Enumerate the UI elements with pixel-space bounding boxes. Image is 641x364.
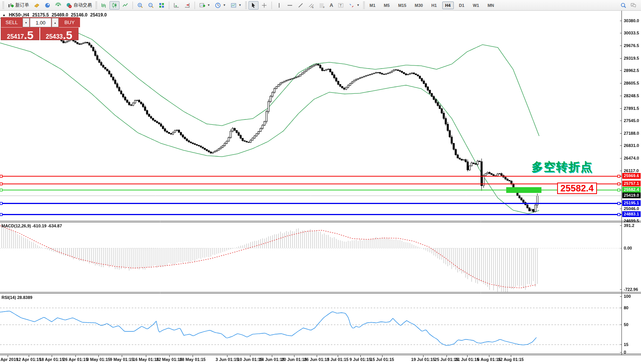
auto-scroll-icon (173, 2, 180, 8)
y-axis-tick: 100 (624, 294, 641, 299)
timeframe-h1[interactable]: H1 (428, 2, 440, 9)
price-line-label: 24883.1 (622, 211, 641, 217)
crosshair-button[interactable] (259, 1, 269, 10)
shift-end-button[interactable] (182, 1, 192, 10)
line-chart-button[interactable] (120, 1, 130, 10)
chevron-down-icon: ▼ (223, 3, 226, 7)
new-chart-icon (199, 2, 205, 8)
y-axis-tick: 27891.5 (624, 106, 641, 111)
y-axis-tick: 391.2 (624, 223, 641, 228)
text-icon: A (330, 2, 333, 8)
new-order-icon (8, 2, 14, 8)
y-axis-tick: 30033.5 (624, 30, 641, 36)
chart-title: ▲ HK50-,H4 25175.5 25469.0 25146.0 25419… (2, 12, 107, 18)
cursor-icon (250, 2, 257, 8)
tile-windows-button[interactable] (157, 1, 167, 10)
macd-label: MACD(12,26,9) -610.19 -634.87 (2, 224, 62, 228)
fibonacci-button[interactable]: F (317, 1, 327, 10)
toolbar-grip[interactable] (245, 2, 247, 9)
chevron-down-icon: ▼ (356, 3, 360, 7)
arrows-button[interactable]: ▼ (347, 1, 361, 10)
channel-icon: E (308, 2, 314, 8)
label-button[interactable]: T (336, 1, 346, 10)
chat-icon[interactable] (630, 2, 636, 8)
sell-price[interactable]: 25417 .5 (1, 28, 40, 40)
y-axis-tick: 28248.5 (624, 93, 641, 98)
autotrade-icon (66, 2, 72, 8)
toolbar-grip[interactable] (363, 2, 365, 9)
new-chart-button[interactable]: ▼ (197, 1, 212, 10)
timeframe-w1[interactable]: W1 (470, 2, 482, 9)
price-line-label: 25195.1 (622, 200, 641, 206)
timeframe-m15[interactable]: M15 (395, 2, 409, 9)
vertical-line-button[interactable] (274, 1, 284, 10)
symbol-period: HK50-,H4 (9, 12, 29, 18)
buy-price[interactable]: 25433 .5 (40, 28, 78, 40)
timeframe-m30[interactable]: M30 (412, 2, 426, 9)
one-click-trading-panel: SELL ▼ ▲ BUY 25417 .5 25433 .5 (1, 17, 78, 40)
y-axis-tick: 30380.0 (624, 18, 641, 23)
ohlc-close: 25419.0 (90, 12, 106, 18)
y-axis-tick: 25046.0 (624, 206, 641, 211)
price-line-label: 25582.4 (622, 187, 641, 193)
buy-price-frac: .5 (63, 30, 72, 40)
bar-chart-button[interactable] (99, 1, 109, 10)
horizontal-line-button[interactable] (285, 1, 295, 10)
text-button[interactable]: A (328, 1, 335, 10)
cursor-button[interactable] (249, 1, 258, 10)
y-axis-tick: 26474.0 (624, 155, 641, 161)
mt4-window: { "toolbar": { "new_order_label": "新订单",… (0, 0, 641, 364)
timeframe-d1[interactable]: D1 (456, 2, 468, 9)
y-axis-tick: 27545.0 (624, 118, 641, 123)
y-axis-tick: 80 (624, 305, 641, 310)
line-chart-icon (122, 2, 128, 8)
buy-button[interactable]: BUY (59, 18, 80, 28)
templates-icon (231, 2, 237, 8)
sell-price-main: 25417 (7, 34, 24, 40)
y-axis-tick: 29676.5 (624, 43, 641, 48)
zoom-out-button[interactable] (146, 1, 156, 10)
y-axis-tick: 15 (624, 342, 641, 347)
y-axis-tick: 28605.5 (624, 80, 641, 86)
timeframe-m1[interactable]: M1 (366, 2, 378, 9)
market-watch-button[interactable] (32, 1, 42, 10)
templates-button[interactable]: ▼ (229, 1, 244, 10)
signals-button[interactable] (53, 1, 63, 10)
volume-input[interactable] (30, 18, 51, 27)
period-icon (215, 2, 221, 8)
volume-decrease-button[interactable]: ▼ (23, 18, 29, 27)
chart-canvas[interactable] (0, 11, 641, 364)
period-button[interactable]: ▼ (213, 1, 228, 10)
bar-chart-icon (101, 2, 107, 8)
timeframe-m5[interactable]: M5 (381, 2, 392, 9)
search-icon[interactable] (620, 2, 626, 8)
channel-button[interactable]: E (306, 1, 316, 10)
market-watch-icon (34, 2, 40, 8)
auto-scroll-button[interactable] (172, 1, 182, 10)
rsi-label: RSI(14) 28.8389 (2, 295, 33, 300)
arrows-icon (348, 2, 355, 8)
candlestick-chart-button[interactable] (110, 1, 119, 10)
zoom-in-button[interactable] (135, 1, 145, 10)
y-axis-tick: 0 (624, 349, 641, 355)
sell-button[interactable]: SELL (1, 18, 22, 28)
community-button[interactable] (43, 1, 52, 10)
y-axis-tick: 29319.5 (624, 55, 641, 61)
volume-increase-button[interactable]: ▲ (52, 18, 59, 27)
trendline-button[interactable] (296, 1, 306, 10)
fibonacci-icon: F (319, 2, 325, 8)
collapse-arrow-icon[interactable]: ▲ (2, 13, 6, 17)
price-line-label: 25969.6 (622, 173, 641, 179)
svg-text:T: T (340, 3, 342, 7)
timeframe-mn[interactable]: MN (484, 2, 497, 9)
sell-price-frac: .5 (24, 30, 33, 40)
ohlc-high: 25469.0 (52, 12, 68, 18)
toolbar-grip[interactable] (95, 2, 97, 9)
new-order-label: 新订单 (15, 2, 29, 8)
new-order-button[interactable]: 新订单 (6, 1, 31, 10)
timeframe-h4[interactable]: H4 (442, 2, 454, 9)
ohlc-open: 25175.5 (32, 12, 49, 18)
autotrade-button[interactable]: 自动交易 (64, 1, 94, 10)
x-axis-tick: 28 May 01:15 (175, 357, 211, 362)
toolbar-grip[interactable] (2, 2, 4, 9)
